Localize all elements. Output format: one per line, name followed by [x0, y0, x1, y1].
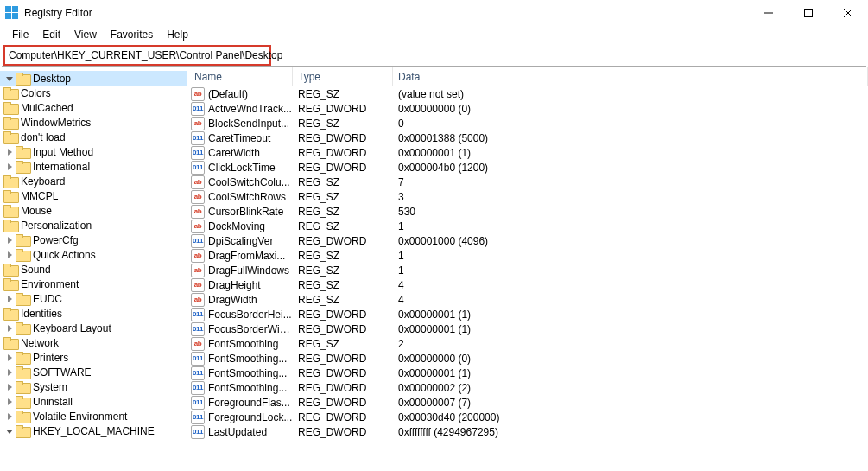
list-row[interactable]: 011FocusBorderWid...REG_DWORD0x00000001 … [189, 321, 868, 336]
list-row[interactable]: ab(Default)REG_SZ(value not set) [189, 86, 868, 101]
chevron-right-icon[interactable] [3, 322, 16, 334]
value-name: DragHeight [208, 279, 293, 291]
tree-item-personalization[interactable]: Personalization [0, 218, 187, 232]
tree-item-eudc[interactable]: EUDC [0, 291, 187, 306]
tree-item-sound[interactable]: Sound [0, 262, 187, 277]
folder-icon [3, 205, 17, 217]
tree-item-network[interactable]: Network [0, 335, 187, 350]
menu-edit[interactable]: Edit [35, 27, 67, 42]
list-row[interactable]: 011FontSmoothing...REG_DWORD0x00000002 (… [189, 380, 868, 395]
list-row[interactable]: 011FontSmoothing...REG_DWORD0x00000000 (… [189, 351, 868, 366]
window-controls [749, 0, 868, 26]
list-row[interactable]: 011CaretWidthREG_DWORD0x00000001 (1) [189, 145, 868, 160]
chevron-right-icon[interactable] [3, 396, 16, 408]
value-data: 0x00030d40 (200000) [393, 411, 868, 423]
tree-item-don-t-load[interactable]: don't load [0, 130, 187, 144]
value-type: REG_DWORD [293, 367, 393, 379]
string-value-icon: ab [191, 175, 205, 189]
tree-item-muicached[interactable]: MuiCached [0, 100, 187, 115]
tree-item-keyboard[interactable]: Keyboard [0, 174, 187, 188]
value-data: 0x00000002 (2) [393, 382, 868, 394]
menu-view[interactable]: View [67, 27, 104, 42]
list-pane[interactable]: Name Type Data ab(Default)REG_SZ(value n… [189, 67, 868, 469]
list-row[interactable]: abCoolSwitchRowsREG_SZ3 [189, 189, 868, 204]
tree-item-input-method[interactable]: Input Method [0, 144, 187, 159]
list-row[interactable]: 011DpiScalingVerREG_DWORD0x00001000 (409… [189, 233, 868, 248]
chevron-right-icon[interactable] [3, 249, 16, 261]
value-type: REG_DWORD [293, 397, 393, 409]
tree-item-system[interactable]: System [0, 379, 187, 394]
chevron-down-icon[interactable] [3, 73, 16, 85]
folder-icon [3, 102, 17, 114]
tree-item-label: HKEY_LOCAL_MACHINE [33, 425, 155, 437]
value-name: BlockSendInput... [208, 118, 293, 130]
tree-item-printers[interactable]: Printers [0, 350, 187, 365]
menu-favorites[interactable]: Favorites [104, 27, 160, 42]
list-row[interactable]: abBlockSendInput...REG_SZ0 [189, 116, 868, 130]
list-row[interactable]: abDragWidthREG_SZ4 [189, 292, 868, 307]
list-row[interactable]: 011ActiveWndTrack...REG_DWORD0x00000000 … [189, 101, 868, 116]
address-bar[interactable]: Computer\HKEY_CURRENT_USER\Control Panel… [3, 45, 271, 66]
dword-value-icon: 011 [191, 396, 205, 410]
list-row[interactable]: 011ClickLockTimeREG_DWORD0x000004b0 (120… [189, 160, 868, 175]
list-row[interactable]: 011ForegroundFlas...REG_DWORD0x00000007 … [189, 395, 868, 410]
tree-pane[interactable]: DesktopColorsMuiCachedWindowMetricsdon't… [0, 67, 187, 469]
maximize-button[interactable] [789, 0, 828, 26]
tree-item-windowmetrics[interactable]: WindowMetrics [0, 115, 187, 130]
folder-icon [16, 293, 29, 305]
chevron-right-icon[interactable] [3, 366, 16, 379]
chevron-right-icon[interactable] [3, 352, 16, 364]
chevron-down-icon[interactable] [3, 425, 16, 437]
tree-item-mouse[interactable]: Mouse [0, 203, 187, 218]
value-name: FontSmoothing... [208, 382, 293, 394]
chevron-right-icon[interactable] [3, 146, 16, 158]
list-row[interactable]: 011ForegroundLock...REG_DWORD0x00030d40 … [189, 410, 868, 424]
tree-item-international[interactable]: International [0, 159, 187, 174]
list-row[interactable]: abFontSmoothingREG_SZ2 [189, 336, 868, 351]
chevron-right-icon[interactable] [3, 234, 16, 246]
chevron-right-icon[interactable] [3, 411, 16, 423]
tree-item-desktop[interactable]: Desktop [0, 71, 187, 86]
column-name[interactable]: Name [189, 67, 293, 86]
value-type: REG_SZ [293, 279, 393, 291]
column-data[interactable]: Data [393, 67, 868, 86]
list-row[interactable]: 011FocusBorderHei...REG_DWORD0x00000001 … [189, 307, 868, 321]
list-row[interactable]: abDockMovingREG_SZ1 [189, 219, 868, 233]
value-data: 3 [393, 191, 868, 203]
list-row[interactable]: abCursorBlinkRateREG_SZ530 [189, 204, 868, 219]
value-name: DockMoving [208, 220, 293, 232]
dword-value-icon: 011 [191, 146, 205, 160]
chevron-right-icon[interactable] [3, 161, 16, 173]
tree-item-software[interactable]: SOFTWARE [0, 365, 187, 379]
tree-item-identities[interactable]: Identities [0, 306, 187, 321]
list-row[interactable]: abDragFullWindowsREG_SZ1 [189, 263, 868, 277]
value-name: FocusBorderWid... [208, 323, 293, 335]
tree-item-volatile-environment[interactable]: Volatile Environment [0, 409, 187, 423]
column-type[interactable]: Type [293, 67, 393, 86]
tree-item-colors[interactable]: Colors [0, 86, 187, 100]
folder-icon [3, 117, 17, 129]
minimize-icon [764, 9, 773, 17]
list-row[interactable]: abCoolSwitchColu...REG_SZ7 [189, 175, 868, 189]
tree-item-label: MMCPL [21, 190, 58, 202]
close-button[interactable] [828, 0, 868, 26]
list-row[interactable]: abDragFromMaxi...REG_SZ1 [189, 248, 868, 263]
list-row[interactable]: 011FontSmoothing...REG_DWORD0x00000001 (… [189, 366, 868, 380]
tree-item-mmcpl[interactable]: MMCPL [0, 188, 187, 203]
value-data: 0x00000007 (7) [393, 397, 868, 409]
list-row[interactable]: 011CaretTimeoutREG_DWORD0x00001388 (5000… [189, 130, 868, 145]
tree-item-uninstall[interactable]: Uninstall [0, 394, 187, 409]
tree-item-hkey-local-machine[interactable]: HKEY_LOCAL_MACHINE [0, 423, 187, 438]
tree-item-quick-actions[interactable]: Quick Actions [0, 247, 187, 262]
chevron-right-icon[interactable] [3, 381, 16, 393]
tree-item-keyboard-layout[interactable]: Keyboard Layout [0, 321, 187, 335]
tree-item-powercfg[interactable]: PowerCfg [0, 232, 187, 247]
minimize-button[interactable] [749, 0, 789, 26]
tree-item-environment[interactable]: Environment [0, 277, 187, 291]
menu-help[interactable]: Help [160, 27, 195, 42]
list-row[interactable]: 011LastUpdatedREG_DWORD0xffffffff (42949… [189, 424, 868, 439]
menu-file[interactable]: File [5, 27, 35, 42]
chevron-right-icon[interactable] [3, 293, 16, 305]
title-bar: Registry Editor [0, 0, 868, 26]
list-row[interactable]: abDragHeightREG_SZ4 [189, 277, 868, 292]
